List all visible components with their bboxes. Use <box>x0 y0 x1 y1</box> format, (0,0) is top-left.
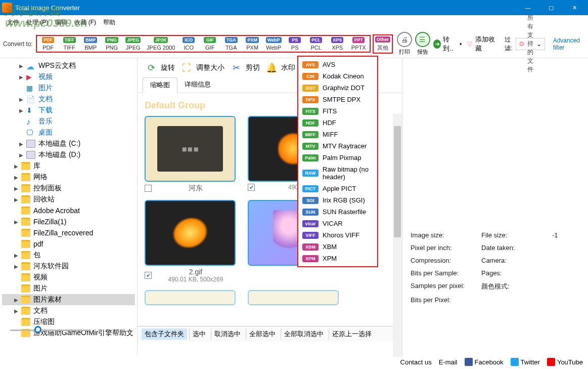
twitter-link[interactable]: Twitter <box>511 358 540 366</box>
format-bmp[interactable]: BMPBMP <box>82 37 99 51</box>
format-png[interactable]: PNGPNG <box>104 37 120 51</box>
tree-item[interactable]: pdf <box>2 238 135 250</box>
report-button[interactable]: ☰报告 <box>415 32 430 56</box>
format-ps[interactable]: PSPS <box>287 37 303 51</box>
tree-item[interactable]: ▦图片 <box>2 83 135 94</box>
tree-item[interactable]: ▶📄文档 <box>2 94 135 105</box>
menu-file[interactable]: 文件 <box>4 17 22 28</box>
menu-help[interactable]: 帮助 <box>100 17 118 28</box>
format-pptx[interactable]: PPTPPTX <box>350 37 367 51</box>
tree-item[interactable]: ▶☁WPS云文档 <box>2 60 135 71</box>
tree-item[interactable]: ▶网络 <box>2 172 135 183</box>
youtube-link[interactable]: YouTube <box>547 358 583 366</box>
select-btn[interactable]: 选中 <box>189 329 209 340</box>
crop-tool[interactable]: ✂剪切 <box>230 61 260 74</box>
email-link[interactable]: E-mail <box>439 358 458 366</box>
other-format-item[interactable]: AVSAVS <box>299 59 376 70</box>
thumb-checkbox[interactable]: ✔ <box>248 184 255 191</box>
other-format-item[interactable]: vicarVICAR <box>299 218 376 229</box>
thumb-checkbox[interactable]: ✔ <box>145 272 152 279</box>
menu-favorites[interactable]: 收藏 (F) <box>71 17 99 28</box>
tab-details[interactable]: 详细信息 <box>177 77 218 93</box>
tree-item[interactable]: ▶FileZilla(1) <box>2 216 135 227</box>
other-format-item[interactable]: MTVMTV Raytracer <box>299 140 376 152</box>
facebook-link[interactable]: Facebook <box>465 358 504 366</box>
tree-item[interactable]: 🖵桌面 <box>2 127 135 138</box>
tree-item[interactable]: ▶▶视频 <box>2 71 135 83</box>
thumb-image <box>145 200 236 266</box>
tree-item[interactable]: ▶图片素材 <box>2 294 135 305</box>
tree-item[interactable]: ▶文档 <box>2 305 135 316</box>
tree-item[interactable]: ▶包 <box>2 250 135 261</box>
format-jpeg[interactable]: JPEGJPEG <box>125 37 141 51</box>
tree-item[interactable]: 压缩图 <box>2 316 135 327</box>
restore-selection-btn[interactable]: 还原上一选择 <box>329 329 375 340</box>
other-format-item[interactable]: DOTGraphviz DOT <box>299 82 376 94</box>
format-jpeg 2000[interactable]: JP2KJPEG 2000 <box>146 37 175 51</box>
menu-edit[interactable]: 编辑 <box>52 17 70 28</box>
gallery-scrollbar[interactable] <box>393 114 402 357</box>
other-format-item[interactable]: PICTApple PICT <box>299 183 376 194</box>
tree-item[interactable]: ♪音乐 <box>2 116 135 127</box>
deselect-btn[interactable]: 取消选中 <box>211 329 244 340</box>
report-icon: ☰ <box>415 32 430 47</box>
tree-item[interactable]: 视频 <box>2 272 135 283</box>
format-other-button[interactable]: Other 其他 <box>373 34 393 54</box>
tree-item[interactable]: ▶⬇下载 <box>2 105 135 116</box>
format-webp[interactable]: WebPWebP <box>265 37 282 51</box>
watermark-tool[interactable]: 🔔水印 <box>265 61 295 74</box>
slider-knob[interactable] <box>34 326 41 333</box>
format-pdf[interactable]: PDFPDF <box>40 37 56 51</box>
other-format-item[interactable]: SUNSUN Rasterfile <box>299 206 376 218</box>
tree-item[interactable]: ▶本地磁盘 (D:) <box>2 149 135 160</box>
goto-button[interactable]: ➜转到..▾ <box>433 35 462 53</box>
menu-process[interactable]: 处理 (P) <box>23 17 51 28</box>
filter-select[interactable]: ❂ 所有支持的文件 ⌄ <box>516 38 545 50</box>
tree-item[interactable]: ▶河东软件园 <box>2 261 135 272</box>
format-pcl[interactable]: PCLPCL <box>308 37 324 51</box>
prop-key: Compression: <box>411 257 481 264</box>
tree-item[interactable]: Adobe Acrobat <box>2 205 135 216</box>
other-format-item[interactable]: MIFFMIFF <box>299 129 376 140</box>
other-format-item[interactable]: FITSFITS <box>299 105 376 117</box>
other-format-item[interactable]: CINKodak Cineon <box>299 70 376 82</box>
tree-item[interactable]: ▶回收站 <box>2 194 135 205</box>
maximize-button[interactable]: ▢ <box>539 0 563 15</box>
include-subfolders[interactable]: 包含子文件夹 <box>142 329 187 340</box>
other-format-item[interactable]: RAWRaw bitmap (no header) <box>299 163 376 183</box>
format-xps[interactable]: XPSXPS <box>329 37 345 51</box>
resize-tool[interactable]: ⛶调整大小 <box>180 61 224 74</box>
tree-item[interactable]: ▶本地磁盘 (C:) <box>2 138 135 149</box>
tree-item[interactable]: 图片 <box>2 283 135 294</box>
favorite-button[interactable]: ♡添加收藏 <box>465 35 499 53</box>
other-format-item[interactable]: DPXSMTPE DPX <box>299 94 376 105</box>
contact-link[interactable]: Contact us <box>400 358 432 366</box>
minimize-button[interactable]: ― <box>516 0 539 15</box>
other-format-item[interactable]: PalmPalm Pixmap <box>299 152 376 163</box>
other-format-item[interactable]: XBMXBM <box>299 241 376 253</box>
format-pxm[interactable]: PXMPXM <box>244 37 260 51</box>
deselect-all-btn[interactable]: 全部取消选中 <box>281 329 327 340</box>
tree-item[interactable]: ▶控制面板 <box>2 183 135 194</box>
tree-item[interactable]: FileZilla_recovered <box>2 227 135 238</box>
format-tga[interactable]: TGATGA <box>223 37 239 51</box>
select-all-btn[interactable]: 全部选中 <box>246 329 279 340</box>
format-ico[interactable]: ICOICO <box>180 37 197 51</box>
thumb-item[interactable]: ▦ ▦ ▦ 河东 <box>145 116 236 193</box>
format-gif[interactable]: GIFGIF <box>202 37 218 51</box>
thumb-item[interactable]: ✔2.gif490.01 KB, 500x269 <box>145 200 236 283</box>
tree-item[interactable]: ▶库 <box>2 160 135 172</box>
other-format-item[interactable]: SGIIrix RGB (SGI) <box>299 194 376 206</box>
print-button[interactable]: 🖨打印 <box>397 32 412 56</box>
zoom-slider[interactable] <box>5 326 126 334</box>
other-format-item[interactable]: HDFHDF <box>299 117 376 129</box>
thumb-checkbox[interactable] <box>145 185 152 192</box>
other-format-item[interactable]: XPMXPM <box>299 253 376 264</box>
advanced-filter-link[interactable]: Advanced filter <box>553 37 580 51</box>
rotate-tool[interactable]: ⟳旋转 <box>145 61 175 74</box>
drive-icon <box>26 151 35 159</box>
other-format-item[interactable]: VIFFKhoros VIFF <box>299 229 376 241</box>
close-button[interactable]: ✕ <box>563 0 586 15</box>
format-tiff[interactable]: TIFFTIFF <box>61 37 77 51</box>
tab-thumbnail[interactable]: 缩略图 <box>143 77 177 93</box>
